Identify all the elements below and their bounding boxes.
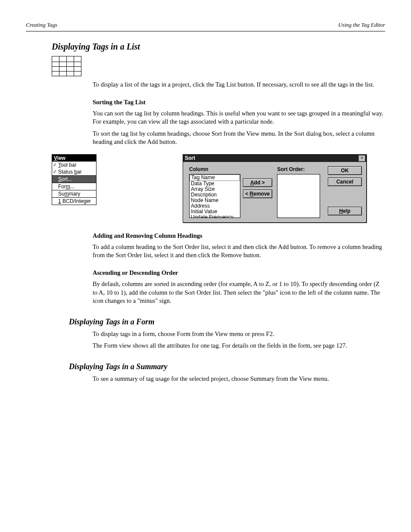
paragraph-3: To sort the tag list by column headings,… [93,130,385,146]
header-left: Creating Tags [26,22,57,28]
sort-order-label: Sort Order: [277,166,320,172]
menu-item-summary[interactable]: Summary [52,190,96,197]
menu-item-toolbar[interactable]: ✓ Tool bar [52,162,96,168]
sort-order-listbox[interactable] [277,174,320,218]
check-icon: ✓ [53,162,57,168]
subheading-add-remove: Adding and Removing Column Headings [93,232,385,240]
help-button[interactable]: Help [328,207,362,215]
menu-item-bcd[interactable]: 1 BCD/Integer [52,198,96,205]
sort-dialog-title: Sort [185,155,195,161]
tag-list-icon [52,56,385,76]
sort-dialog: Sort × Column Tag Name Data Type Array S… [183,154,367,223]
list-item[interactable]: Data Type [190,181,240,187]
header-rule [26,31,385,31]
page-header: Creating Tags Using the Tag Editor [26,22,385,31]
view-menu-title[interactable]: View [52,155,96,162]
add-button[interactable]: Add > [243,178,272,187]
list-item[interactable]: Array Size [190,187,240,192]
list-item[interactable]: Address [190,203,240,209]
header-right: Using the Tag Editor [338,22,385,28]
menu-item-form[interactable]: Form... [52,183,96,190]
paragraph-2: You can sort the tag list by column head… [93,109,385,126]
heading-form: Displaying Tags in a Form [69,317,385,327]
paragraph-ascdesc: By default, columns are sorted in ascend… [93,280,385,305]
menu-item-sort[interactable]: Sort... [52,176,96,183]
close-icon[interactable]: × [358,155,365,162]
subheading-ascdesc: Ascending or Descending Order [93,269,385,277]
paragraph-6: To see a summary of tag usage for the se… [93,375,385,383]
list-item[interactable]: Tag Name [190,174,240,181]
sort-dialog-title-bar: Sort × [183,155,366,162]
heading-tag-list: Displaying Tags in a List [52,42,385,52]
remove-button[interactable]: < Remove [243,190,272,198]
subheading-sort: Sorting the Tag List [93,99,385,106]
check-icon: ✓ [53,169,57,174]
paragraph-4: To display tags in a form, choose Form f… [93,330,385,339]
cancel-button[interactable]: Cancel [328,177,362,186]
paragraph-1: To display a list of the tags in a proje… [93,81,385,89]
ok-button[interactable]: OK [328,166,362,175]
column-listbox[interactable]: Tag Name Data Type Array Size Descriptio… [189,174,240,218]
paragraph-add-remove: To add a column heading to the Sort Orde… [93,243,385,260]
list-item[interactable]: Node Name [190,198,240,203]
list-item[interactable]: Update Frequency [190,215,240,218]
column-label: Column [189,166,240,172]
list-item[interactable]: Description [190,192,240,198]
heading-summary: Displaying Tags in a Summary [69,362,385,371]
view-menu: View ✓ Tool bar ✓ Status bar Sort... For… [52,154,97,205]
paragraph-5: The Form view shows all the attributes f… [93,342,385,350]
menu-item-statusbar[interactable]: ✓ Status bar [52,168,96,175]
list-item[interactable]: Initial Value [190,209,240,215]
